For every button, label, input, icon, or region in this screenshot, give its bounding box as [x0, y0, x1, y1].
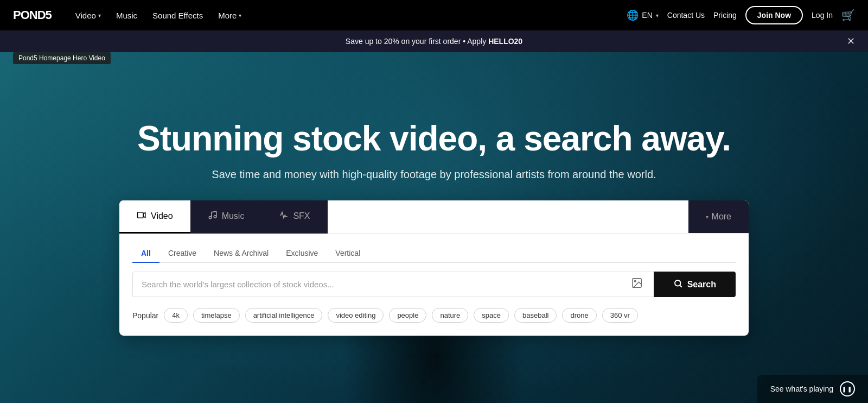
nav-item-sound-effects[interactable]: Sound Effects	[146, 7, 209, 24]
tab-video-label: Video	[151, 211, 173, 221]
popular-tag-people[interactable]: people	[389, 308, 426, 323]
search-body: All Creative News & Archival Exclusive V…	[119, 234, 749, 336]
nav-item-video[interactable]: Video ▾	[69, 7, 107, 24]
popular-tag-drone[interactable]: drone	[562, 308, 596, 323]
sfx-icon	[279, 210, 289, 222]
promo-text: Save up to 20% on your first order • App…	[346, 37, 522, 46]
login-link[interactable]: Log In	[812, 11, 833, 20]
popular-tag-space[interactable]: space	[474, 308, 509, 323]
popular-tag-timelapse[interactable]: timelapse	[193, 308, 240, 323]
filter-vertical[interactable]: Vertical	[327, 244, 369, 263]
navbar-right: 🌐 EN ▾ Contact Us Pricing Join Now Log I…	[627, 6, 855, 24]
tab-more[interactable]: ▾ More	[688, 200, 749, 233]
popular-row: Popular 4k timelapse artificial intellig…	[132, 308, 736, 323]
join-now-button[interactable]: Join Now	[745, 6, 803, 24]
popular-tag-baseball[interactable]: baseball	[514, 308, 557, 323]
chevron-down-icon: ▾	[98, 12, 101, 18]
globe-icon: 🌐	[627, 9, 639, 21]
popular-tag-360vr[interactable]: 360 vr	[602, 308, 638, 323]
nav-item-more[interactable]: More ▾	[212, 7, 248, 24]
pause-button[interactable]: ❚❚	[840, 381, 855, 396]
language-selector[interactable]: 🌐 EN ▾	[627, 9, 658, 21]
logo[interactable]: POND5	[13, 8, 52, 22]
chevron-down-icon: ▾	[656, 12, 659, 18]
now-playing-label: See what's playing	[770, 385, 833, 393]
pricing-link[interactable]: Pricing	[713, 11, 737, 20]
cart-icon[interactable]: 🛒	[841, 9, 855, 22]
hero-subtitle: Save time and money with high-quality fo…	[0, 168, 868, 181]
popular-tag-ai[interactable]: artificial intelligence	[245, 308, 323, 323]
svg-point-1	[209, 216, 212, 219]
hero-content: Stunning stock video, a search away. Sav…	[0, 119, 868, 336]
popular-tag-nature[interactable]: nature	[432, 308, 468, 323]
nav-links: Video ▾ Music Sound Effects More ▾	[69, 7, 627, 24]
tab-more-label: More	[712, 212, 731, 222]
search-input-row: Search	[132, 272, 736, 297]
navbar: POND5 Video ▾ Music Sound Effects More ▾…	[0, 0, 868, 30]
search-input-wrap	[132, 272, 654, 297]
search-tabs: Video Music SFX ▾ More	[119, 200, 749, 234]
svg-point-4	[634, 281, 636, 282]
promo-banner: Save up to 20% on your first order • App…	[0, 30, 868, 52]
image-search-icon[interactable]	[629, 275, 645, 294]
search-button[interactable]: Search	[654, 272, 736, 297]
pause-icon: ❚❚	[842, 386, 853, 392]
filter-all[interactable]: All	[132, 244, 159, 263]
svg-rect-0	[138, 212, 144, 218]
chevron-down-icon: ▾	[239, 12, 241, 18]
hero-section: Pond5 Homepage Hero Video Stunning stock…	[0, 0, 868, 403]
filter-tabs: All Creative News & Archival Exclusive V…	[132, 244, 736, 263]
tab-music-label: Music	[222, 211, 245, 221]
svg-point-2	[214, 216, 216, 218]
filter-creative[interactable]: Creative	[159, 244, 205, 263]
music-icon	[208, 210, 218, 222]
video-tooltip: Pond5 Homepage Hero Video	[13, 52, 111, 64]
search-icon	[673, 279, 683, 291]
tab-sfx[interactable]: SFX	[261, 200, 327, 234]
tab-music[interactable]: Music	[190, 200, 262, 234]
nav-item-music[interactable]: Music	[110, 7, 144, 24]
contact-us-link[interactable]: Contact Us	[667, 11, 705, 20]
popular-label: Popular	[132, 311, 158, 320]
bottom-bar: See what's playing ❚❚	[757, 375, 868, 403]
svg-point-5	[675, 280, 681, 286]
chevron-down-icon: ▾	[706, 214, 709, 220]
filter-news-archival[interactable]: News & Archival	[205, 244, 277, 263]
close-banner-button[interactable]: ✕	[847, 35, 855, 47]
search-input[interactable]	[142, 272, 629, 297]
filter-exclusive[interactable]: Exclusive	[277, 244, 327, 263]
tab-video[interactable]: Video	[119, 200, 190, 234]
tab-sfx-label: SFX	[293, 211, 310, 221]
video-icon	[137, 210, 146, 222]
popular-tag-video-editing[interactable]: video editing	[328, 308, 384, 323]
search-button-label: Search	[687, 280, 716, 289]
popular-tag-4k[interactable]: 4k	[164, 308, 188, 323]
hero-title: Stunning stock video, a search away.	[0, 119, 868, 158]
search-box: Video Music SFX ▾ More	[119, 200, 749, 336]
